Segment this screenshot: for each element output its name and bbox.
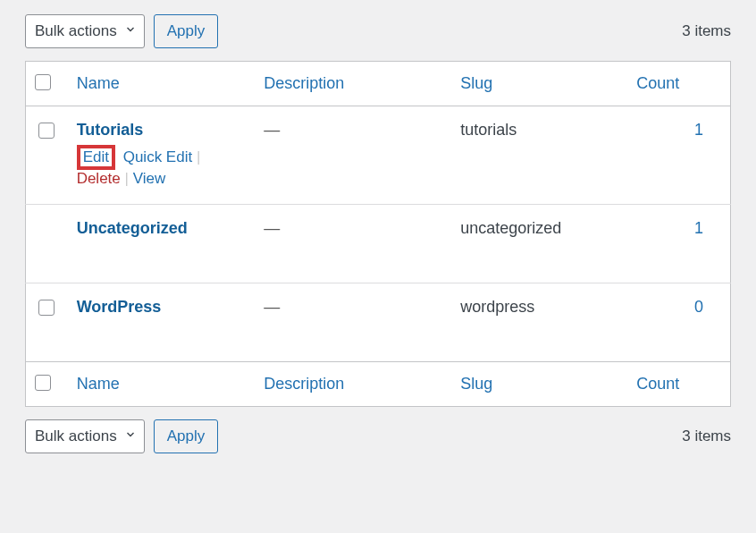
table-row: Uncategorized — uncategorized 1 bbox=[26, 205, 731, 283]
count-link[interactable]: 0 bbox=[694, 298, 703, 316]
delete-link[interactable]: Delete bbox=[77, 170, 121, 187]
tablenav-bottom: Bulk actions Apply 3 items bbox=[25, 416, 731, 457]
select-all-bottom[interactable] bbox=[35, 375, 51, 391]
chevron-down-icon bbox=[124, 428, 137, 444]
table-row: Tutorials Edit Quick Edit | Delete | Vie… bbox=[26, 106, 731, 205]
header-slug[interactable]: Slug bbox=[451, 62, 627, 106]
tablenav-top: Bulk actions Apply 3 items bbox=[25, 11, 731, 52]
desc-value: — bbox=[264, 121, 280, 139]
bulk-actions-select[interactable]: Bulk actions bbox=[25, 14, 145, 48]
select-all-top[interactable] bbox=[35, 74, 51, 90]
row-checkbox[interactable] bbox=[38, 123, 55, 139]
bulk-actions-select[interactable]: Bulk actions bbox=[25, 419, 145, 453]
count-link[interactable]: 1 bbox=[694, 219, 703, 237]
bulk-actions-label: Bulk actions bbox=[35, 427, 117, 445]
row-checkbox[interactable] bbox=[38, 300, 55, 316]
slug-value: tutorials bbox=[460, 121, 517, 139]
bulk-actions-top: Bulk actions Apply bbox=[25, 14, 218, 48]
bulk-actions-bottom: Bulk actions Apply bbox=[25, 419, 218, 453]
footer-slug[interactable]: Slug bbox=[451, 362, 627, 407]
count-link[interactable]: 1 bbox=[694, 121, 703, 139]
view-link[interactable]: View bbox=[133, 170, 166, 187]
desc-value: — bbox=[264, 219, 280, 237]
separator: | bbox=[197, 148, 200, 165]
apply-button-bottom[interactable]: Apply bbox=[154, 419, 219, 453]
apply-button-top[interactable]: Apply bbox=[154, 14, 219, 48]
edit-highlight: Edit bbox=[77, 145, 115, 170]
header-name[interactable]: Name bbox=[68, 62, 256, 106]
footer-name[interactable]: Name bbox=[68, 362, 256, 407]
table-row: WordPress — wordpress 0 bbox=[26, 283, 731, 362]
bulk-actions-label: Bulk actions bbox=[35, 22, 117, 40]
header-description[interactable]: Description bbox=[255, 62, 451, 106]
separator: | bbox=[125, 170, 133, 187]
items-count-top: 3 items bbox=[682, 22, 731, 40]
desc-value: — bbox=[264, 298, 280, 316]
footer-count[interactable]: Count bbox=[627, 362, 730, 407]
footer-description[interactable]: Description bbox=[255, 362, 451, 407]
row-title-link[interactable]: Uncategorized bbox=[77, 219, 188, 237]
categories-table: Name Description Slug Count Tutorials Ed… bbox=[25, 61, 731, 407]
row-actions: Edit Quick Edit | Delete | View bbox=[77, 145, 247, 188]
row-title-link[interactable]: Tutorials bbox=[77, 121, 144, 139]
chevron-down-icon bbox=[124, 23, 137, 39]
quick-edit-link[interactable]: Quick Edit bbox=[123, 148, 192, 165]
header-count[interactable]: Count bbox=[627, 62, 730, 106]
slug-value: uncategorized bbox=[460, 219, 561, 237]
edit-link[interactable]: Edit bbox=[83, 148, 109, 165]
items-count-bottom: 3 items bbox=[682, 427, 731, 445]
slug-value: wordpress bbox=[460, 298, 534, 316]
row-title-link[interactable]: WordPress bbox=[77, 298, 162, 316]
